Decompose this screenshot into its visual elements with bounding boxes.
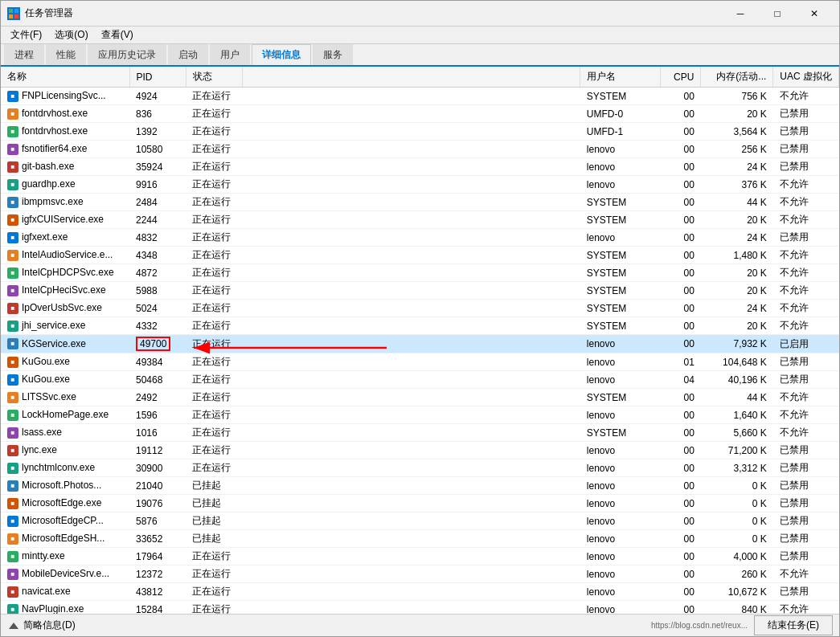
- col-header-cpu[interactable]: CPU: [661, 67, 701, 88]
- process-user: lenovo: [580, 229, 661, 247]
- process-spacer: [242, 512, 580, 530]
- process-memory: 840 K: [701, 601, 773, 615]
- process-cpu: 00: [661, 601, 701, 615]
- col-header-name[interactable]: 名称: [1, 67, 129, 88]
- tab-services[interactable]: 服务: [313, 44, 353, 65]
- table-row[interactable]: ■git-bash.exe35924正在运行lenovo0024 K已禁用: [1, 158, 839, 176]
- table-row[interactable]: ■IntelAudioService.e...4348正在运行SYSTEM001…: [1, 247, 839, 264]
- process-name: ■MicrosoftEdgeCP...: [1, 512, 129, 530]
- process-cpu: 00: [661, 317, 701, 335]
- table-row[interactable]: ■MicrosoftEdgeSH...33652已挂起lenovo000 K已禁…: [1, 530, 839, 548]
- tab-performance[interactable]: 性能: [46, 44, 86, 65]
- table-row[interactable]: ■IntelCpHeciSvc.exe5988正在运行SYSTEM0020 K不…: [1, 282, 839, 300]
- table-row[interactable]: ■igfxext.exe4832正在运行lenovo0024 K已禁用: [1, 229, 839, 247]
- process-icon: ■: [7, 285, 18, 296]
- menu-view[interactable]: 查看(V): [95, 27, 140, 43]
- maximize-button[interactable]: □: [759, 1, 796, 27]
- table-row[interactable]: ■fontdrvhost.exe1392正在运行UMFD-1003,564 K已…: [1, 123, 839, 141]
- process-uac: 已禁用: [773, 530, 839, 548]
- process-uac: 已禁用: [773, 229, 839, 247]
- table-row[interactable]: ■KuGou.exe49384正在运行lenovo01104,648 K已禁用: [1, 353, 839, 371]
- process-icon: ■: [7, 445, 18, 456]
- table-row[interactable]: ■fsnotifier64.exe10580正在运行lenovo00256 K已…: [1, 141, 839, 158]
- process-uac: 不允许: [773, 88, 839, 105]
- table-row[interactable]: ■IntelCpHDCPSvc.exe4872正在运行SYSTEM0020 K不…: [1, 264, 839, 282]
- summary-label[interactable]: 简略信息(D): [23, 619, 76, 632]
- process-cpu: 00: [661, 141, 701, 158]
- col-header-uac[interactable]: UAC 虚拟化: [773, 67, 839, 88]
- table-row[interactable]: ■igfxCUIService.exe2244正在运行SYSTEM0020 K不…: [1, 211, 839, 229]
- col-header-memory[interactable]: 内存(活动...: [701, 67, 773, 88]
- table-row[interactable]: ■KuGou.exe50468正在运行lenovo0440,196 K已禁用: [1, 371, 839, 389]
- table-row[interactable]: ■NavPlugin.exe15284正在运行lenovo00840 K不允许: [1, 601, 839, 615]
- table-row[interactable]: ■lync.exe19112正在运行lenovo0071,200 K已禁用: [1, 442, 839, 459]
- col-header-pid[interactable]: PID: [129, 67, 186, 88]
- process-cpu: 00: [661, 512, 701, 530]
- process-name: ■lync.exe: [1, 442, 129, 459]
- table-row[interactable]: ■guardhp.exe9916正在运行lenovo00376 K不允许: [1, 176, 839, 194]
- process-status: 正在运行: [186, 105, 242, 123]
- process-cpu: 00: [661, 530, 701, 548]
- process-uac: 已禁用: [773, 583, 839, 601]
- process-status: 正在运行: [186, 211, 242, 229]
- process-spacer: [242, 389, 580, 406]
- col-header-user[interactable]: 用户名: [580, 67, 661, 88]
- tab-details[interactable]: 详细信息: [252, 44, 311, 65]
- end-task-button[interactable]: 结束任务(E): [754, 615, 833, 635]
- minimize-button[interactable]: ─: [722, 1, 759, 27]
- process-name: ■FNPLicensingSvc...: [1, 88, 129, 105]
- process-cpu: 00: [661, 194, 701, 211]
- table-row[interactable]: ■lynchtmlconv.exe30900正在运行lenovo003,312 …: [1, 459, 839, 477]
- tab-users[interactable]: 用户: [210, 44, 250, 65]
- process-user: lenovo: [580, 583, 661, 601]
- process-pid: 2492: [129, 389, 186, 406]
- process-icon: ■: [7, 126, 18, 137]
- table-row[interactable]: ■fontdrvhost.exe836正在运行UMFD-00020 K已禁用: [1, 105, 839, 123]
- title-bar: 任务管理器 ─ □ ✕: [1, 1, 839, 27]
- process-pid: 4832: [129, 229, 186, 247]
- col-header-status[interactable]: 状态: [186, 67, 242, 88]
- table-row[interactable]: ■LITSSvc.exe2492正在运行SYSTEM0044 K不允许: [1, 389, 839, 406]
- process-cpu: 01: [661, 353, 701, 371]
- table-row[interactable]: ■MobileDeviceSrv.e...12372正在运行lenovo0026…: [1, 566, 839, 583]
- process-status: 正在运行: [186, 282, 242, 300]
- process-cpu: 00: [661, 88, 701, 105]
- table-row[interactable]: ■LockHomePage.exe1596正在运行lenovo001,640 K…: [1, 406, 839, 424]
- table-row[interactable]: ■navicat.exe43812正在运行lenovo0010,672 K已禁用: [1, 583, 839, 601]
- table-row[interactable]: ■KGService.exe49700正在运行lenovo007,932 K已启…: [1, 335, 839, 353]
- process-uac: 已禁用: [773, 442, 839, 459]
- process-cpu: 00: [661, 105, 701, 123]
- tab-app-history[interactable]: 应用历史记录: [88, 44, 166, 65]
- col-header-spacer: [242, 67, 580, 88]
- process-name: ■igfxCUIService.exe: [1, 211, 129, 229]
- table-row[interactable]: ■ibmpmsvc.exe2484正在运行SYSTEM0044 K不允许: [1, 194, 839, 211]
- process-cpu: 00: [661, 282, 701, 300]
- table-row[interactable]: ■lsass.exe1016正在运行SYSTEM005,660 K不允许: [1, 424, 839, 442]
- table-row[interactable]: ■MicrosoftEdge.exe19076已挂起lenovo000 K已禁用: [1, 495, 839, 512]
- table-row[interactable]: ■FNPLicensingSvc...4924正在运行SYSTEM00756 K…: [1, 88, 839, 105]
- table-row[interactable]: ■jhi_service.exe4332正在运行SYSTEM0020 K不允许: [1, 317, 839, 335]
- table-row[interactable]: ■MicrosoftEdgeCP...5876已挂起lenovo000 K已禁用: [1, 512, 839, 530]
- process-pid: 49700: [129, 335, 186, 353]
- table-row[interactable]: ■mintty.exe17964正在运行lenovo004,000 K已禁用: [1, 548, 839, 566]
- tab-processes[interactable]: 进程: [4, 44, 44, 65]
- process-user: lenovo: [580, 371, 661, 389]
- process-name: ■IpOverUsbSvc.exe: [1, 300, 129, 317]
- process-memory: 256 K: [701, 141, 773, 158]
- process-user: lenovo: [580, 477, 661, 495]
- svg-rect-3: [14, 14, 18, 18]
- table-row[interactable]: ■Microsoft.Photos...21040已挂起lenovo000 K已…: [1, 477, 839, 495]
- process-status: 正在运行: [186, 548, 242, 566]
- process-spacer: [242, 176, 580, 194]
- menu-options[interactable]: 选项(O): [48, 27, 94, 43]
- highlighted-pid: 49700: [136, 337, 170, 351]
- menu-file[interactable]: 文件(F): [4, 27, 48, 43]
- tab-startup[interactable]: 启动: [168, 44, 208, 65]
- table-row[interactable]: ■IpOverUsbSvc.exe5024正在运行SYSTEM0024 K不允许: [1, 300, 839, 317]
- process-user: lenovo: [580, 406, 661, 424]
- close-button[interactable]: ✕: [796, 1, 833, 27]
- process-table-container[interactable]: 名称 PID 状态 用户名 CPU 内存(活动... UAC 虚拟化 ■FNPL…: [1, 67, 839, 614]
- process-name: ■MobileDeviceSrv.e...: [1, 566, 129, 583]
- process-spacer: [242, 530, 580, 548]
- process-user: UMFD-1: [580, 123, 661, 141]
